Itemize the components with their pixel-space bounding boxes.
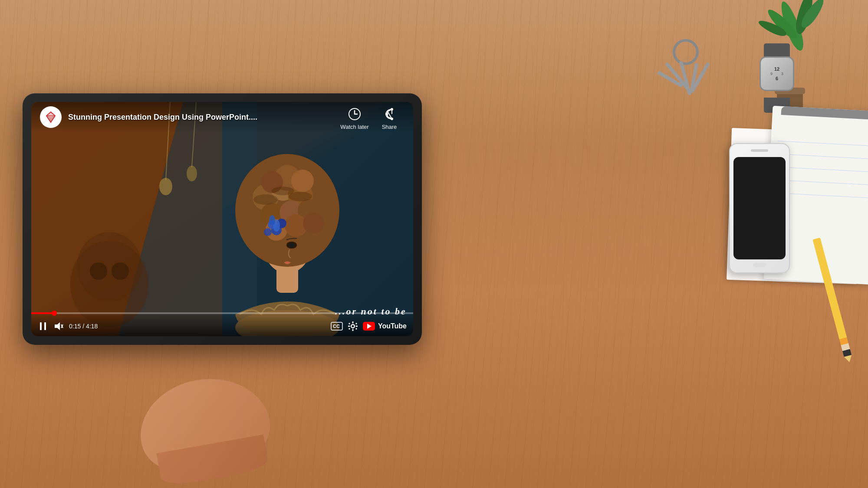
watch-face: 12 93 6 [760, 56, 794, 91]
cc-icon: CC [331, 322, 343, 331]
pause-icon [38, 321, 48, 331]
progress-bar[interactable] [31, 312, 413, 314]
svg-rect-49 [40, 322, 42, 330]
channel-logo[interactable] [40, 106, 62, 128]
svg-point-8 [159, 178, 172, 195]
svg-rect-50 [44, 322, 46, 330]
notepad-line-1 [777, 141, 868, 146]
key-ring [673, 39, 699, 65]
svg-rect-58 [352, 321, 353, 323]
progress-dot [52, 311, 57, 316]
clock-icon [348, 107, 362, 121]
svg-rect-60 [348, 325, 350, 327]
svg-point-33 [264, 228, 272, 236]
youtube-icon [363, 322, 375, 331]
svg-point-4 [77, 232, 142, 301]
svg-rect-61 [356, 325, 358, 327]
youtube-label: YouTube [378, 322, 407, 330]
video-action-buttons: Watch later [339, 104, 404, 130]
svg-point-10 [187, 166, 197, 181]
svg-rect-65 [355, 328, 357, 329]
pause-button[interactable] [38, 321, 48, 331]
video-player[interactable]: ...or not to be [31, 102, 413, 336]
settings-button[interactable] [348, 321, 358, 331]
cc-button[interactable]: CC [331, 322, 343, 331]
svg-point-5 [90, 262, 107, 280]
phone-speaker [751, 149, 768, 152]
share-label: Share [382, 124, 397, 130]
svg-point-23 [303, 213, 324, 234]
phone-decoration [729, 143, 790, 273]
svg-rect-59 [352, 329, 353, 331]
settings-icon [348, 321, 358, 331]
svg-point-37 [289, 243, 294, 247]
watch-later-icon [347, 106, 362, 122]
svg-point-26 [291, 170, 314, 192]
phone-screen [733, 157, 786, 259]
svg-rect-64 [349, 328, 350, 329]
watch-decoration: 12 93 6 [751, 43, 803, 113]
progress-fill [31, 312, 54, 314]
keys-decoration [651, 39, 729, 126]
tablet-screen: ...or not to be [31, 102, 413, 336]
tablet-device: ...or not to be [23, 93, 422, 345]
watch-later-button[interactable]: Watch later [339, 106, 370, 130]
video-top-bar: Stunning Presentation Design Using Power… [31, 102, 413, 132]
svg-rect-62 [349, 322, 350, 324]
svg-point-57 [351, 324, 354, 328]
channel-logo-icon [44, 111, 57, 124]
youtube-play-triangle [367, 324, 372, 329]
svg-text:CC: CC [333, 324, 340, 329]
share-button[interactable]: Share [374, 106, 404, 130]
notepad-line-2 [777, 154, 868, 159]
phone-button [753, 263, 766, 267]
mute-button[interactable] [53, 321, 64, 331]
svg-marker-51 [55, 322, 60, 330]
svg-point-6 [112, 262, 129, 280]
svg-point-27 [253, 194, 278, 205]
youtube-logo: YouTube [363, 322, 407, 331]
share-icon [381, 106, 397, 122]
svg-point-29 [289, 192, 312, 201]
tablet-body: ...or not to be [23, 93, 422, 345]
svg-point-35 [269, 215, 275, 226]
time-display: 0:15 / 4:18 [69, 323, 98, 330]
svg-rect-63 [355, 322, 357, 324]
video-art: ...or not to be [31, 102, 413, 336]
notepad-line-3 [776, 167, 868, 172]
mute-icon [53, 321, 64, 331]
share-svg-icon [382, 107, 396, 121]
video-controls-bar: 0:15 / 4:18 CC [31, 312, 413, 336]
watch-later-label: Watch later [340, 124, 368, 130]
video-title: Stunning Presentation Design Using Power… [68, 113, 333, 122]
